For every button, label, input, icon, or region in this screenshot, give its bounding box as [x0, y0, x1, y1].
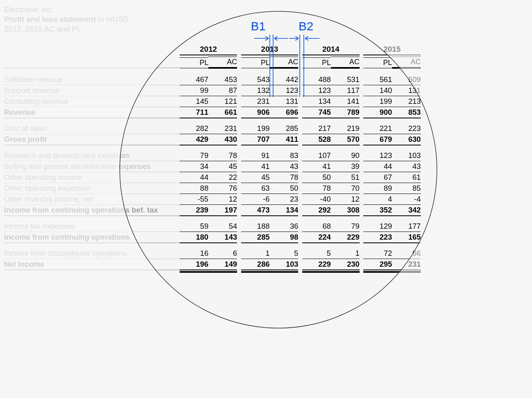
cell-value: -55	[180, 194, 208, 205]
subheader-ac: AC	[208, 57, 237, 69]
subheader-pl: PL	[363, 57, 392, 68]
cell-value: 59	[180, 221, 208, 232]
cell-value: 121	[208, 96, 237, 107]
cell-value: 711	[180, 107, 208, 118]
cell-value: 488	[302, 74, 331, 85]
report-period: 2012..2015 AC and PL	[4, 24, 421, 34]
row-label: Income from continuing operations	[4, 232, 180, 243]
row-label: Income from continuing operations bef. t…	[4, 205, 180, 216]
cell-value: 41	[302, 161, 331, 172]
row-label: Consulting revenue	[4, 96, 180, 107]
cell-value: 149	[208, 259, 237, 270]
cell-value: 696	[269, 107, 298, 118]
cell-value: 54	[208, 221, 237, 232]
table-row: Support revenue9987132123123117140131	[4, 85, 421, 96]
cell-value: 221	[363, 123, 392, 134]
table-row: Net Income196149286103229230295231	[4, 259, 421, 270]
cell-value: 679	[363, 134, 392, 145]
report-header: Electronic Inc. Profit and loss statemen…	[4, 5, 421, 34]
row-label: Software revenue	[4, 74, 180, 85]
cell-value: 63	[241, 183, 270, 194]
cell-value: 4	[363, 194, 392, 205]
row-label: Income tax expenses	[4, 221, 180, 232]
cell-value: 87	[208, 85, 237, 96]
cell-value: 295	[363, 259, 392, 270]
cell-value: 442	[269, 74, 298, 85]
cell-value: 50	[302, 172, 331, 183]
table-row: Software revenue467453543442488531561509	[4, 74, 421, 85]
cell-value: 219	[331, 123, 360, 134]
year-header: 2014	[302, 45, 360, 55]
subheader-ac: AC	[331, 57, 360, 69]
cell-value: 229	[331, 232, 360, 243]
cell-value: 79	[180, 150, 208, 161]
cell-value: 68	[302, 221, 331, 232]
cell-value: 230	[331, 259, 360, 270]
cell-value: 39	[331, 161, 360, 172]
cell-value: 79	[331, 221, 360, 232]
cell-value: 745	[302, 107, 331, 118]
cell-value: 103	[269, 259, 298, 270]
cell-value: 342	[392, 205, 421, 216]
cell-value: 123	[363, 150, 392, 161]
cell-value: 98	[269, 232, 298, 243]
cell-value: 76	[208, 183, 237, 194]
cell-value: 5	[302, 248, 331, 259]
subheader-pl: PL	[302, 57, 331, 68]
cell-value: 285	[241, 232, 270, 243]
cell-value: 22	[208, 172, 237, 183]
cell-value: 50	[269, 183, 298, 194]
subheader-ac: AC	[392, 57, 421, 69]
subheader-pl: PL	[180, 57, 208, 68]
cell-value: 140	[363, 85, 392, 96]
row-label: Cost of sales	[4, 123, 180, 134]
year-header: 2015	[363, 45, 421, 55]
cell-value: 132	[241, 85, 270, 96]
table-row: Cost of sales282231199285217219221223	[4, 123, 421, 134]
cell-value: 143	[208, 232, 237, 243]
cell-value: -6	[241, 194, 270, 205]
cell-value: 180	[180, 232, 208, 243]
cell-value: 196	[180, 259, 208, 270]
row-label: Research and development expenses	[4, 150, 180, 161]
cell-value: 429	[180, 134, 208, 145]
cell-value: 78	[208, 150, 237, 161]
cell-value: 285	[269, 123, 298, 134]
cell-value: 129	[363, 221, 392, 232]
cell-value: 217	[302, 123, 331, 134]
cell-value: 906	[241, 107, 270, 118]
cell-value: 85	[392, 183, 421, 194]
cell-value: 531	[331, 74, 360, 85]
year-header: 2013	[241, 45, 299, 55]
cell-value: 853	[392, 107, 421, 118]
table-row: Research and development expenses7978918…	[4, 150, 421, 161]
cell-value: 43	[269, 161, 298, 172]
cell-value: 145	[180, 96, 208, 107]
cell-value: 83	[269, 150, 298, 161]
cell-value: 123	[269, 85, 298, 96]
cell-value: 131	[392, 85, 421, 96]
report: Electronic Inc. Profit and loss statemen…	[4, 5, 421, 270]
cell-value: 231	[392, 259, 421, 270]
cell-value: 131	[269, 96, 298, 107]
cell-value: 88	[180, 183, 208, 194]
cell-value: 117	[331, 85, 360, 96]
cell-value: 473	[241, 205, 270, 216]
cell-value: 6	[208, 248, 237, 259]
cell-value: 45	[208, 161, 237, 172]
cell-value: 188	[241, 221, 270, 232]
cell-value: 231	[208, 123, 237, 134]
cell-value: 107	[302, 150, 331, 161]
year-header: 2012	[180, 45, 237, 55]
cell-value: 34	[180, 161, 208, 172]
table-row: Income from discontinued operations16615…	[4, 248, 421, 259]
cell-value: 282	[180, 123, 208, 134]
cell-value: 134	[302, 96, 331, 107]
cell-value: 67	[363, 172, 392, 183]
cell-value: 197	[208, 205, 237, 216]
table-row: Other operating expenses8876635078708985	[4, 183, 421, 194]
cell-value: 223	[392, 123, 421, 134]
cell-value: 543	[241, 74, 270, 85]
cell-value: 707	[241, 134, 270, 145]
subheader-ac: AC	[269, 57, 298, 69]
